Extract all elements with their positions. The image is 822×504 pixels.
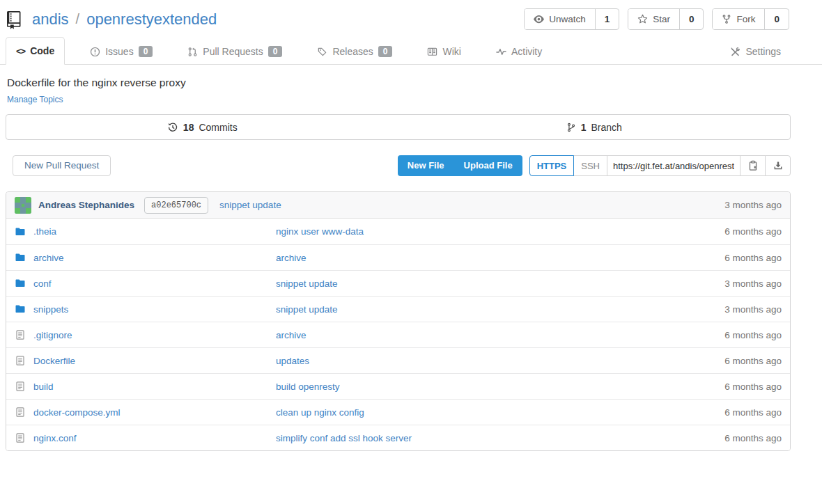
star-group: Star 0: [628, 8, 704, 30]
entry-age: 6 months ago: [677, 330, 782, 340]
issues-count-badge: 0: [139, 46, 153, 57]
download-button[interactable]: [765, 155, 791, 176]
issue-icon: [90, 47, 100, 57]
watch-group: Unwatch 1: [524, 8, 619, 30]
file-icon: [15, 355, 26, 366]
file-table: Andreas Stephanides a02e65700c snippet u…: [6, 191, 791, 451]
tab-issues-label: Issues: [105, 46, 133, 57]
avatar[interactable]: [15, 197, 31, 214]
file-buttons-group: New File Upload File: [398, 155, 522, 176]
folder-icon: [15, 304, 26, 315]
entry-message[interactable]: archive: [276, 330, 307, 340]
entry-message[interactable]: snippet update: [276, 278, 338, 289]
commits-count: 18: [183, 122, 194, 133]
table-row: .theia nginx user www-data 6 months ago: [6, 219, 790, 244]
entry-message[interactable]: updates: [276, 356, 309, 366]
tab-releases[interactable]: Releases 0: [307, 38, 402, 65]
file-icon: [15, 329, 26, 340]
commit-message-link[interactable]: snippet update: [219, 200, 281, 210]
entry-age: 3 months ago: [677, 304, 782, 315]
entry-name[interactable]: docker-compose.yml: [33, 407, 121, 418]
forks-count[interactable]: 0: [764, 9, 789, 29]
entry-name[interactable]: conf: [33, 278, 52, 289]
entry-name[interactable]: archive: [33, 253, 64, 263]
entry-name[interactable]: Dockerfile: [33, 356, 75, 366]
entry-name[interactable]: snippets: [33, 304, 68, 315]
https-button[interactable]: HTTPS: [529, 155, 575, 176]
table-row: conf snippet update 3 months ago: [6, 270, 790, 296]
latest-commit-row: Andreas Stephanides a02e65700c snippet u…: [6, 192, 790, 219]
copy-url-button[interactable]: [740, 155, 766, 176]
table-row: Dockerfile updates 6 months ago: [6, 347, 790, 373]
fork-label: Fork: [736, 14, 755, 24]
file-icon: [15, 432, 26, 443]
entry-name[interactable]: .theia: [33, 226, 56, 237]
tab-settings[interactable]: Settings: [720, 38, 791, 65]
wiki-book-icon: [427, 47, 437, 57]
entry-name[interactable]: build: [33, 381, 54, 392]
watchers-count[interactable]: 1: [595, 9, 619, 29]
action-row: New Pull Request New File Upload File HT…: [6, 155, 791, 176]
entry-message[interactable]: clean up nginx config: [276, 407, 364, 418]
commits-stat[interactable]: 18 Commits: [6, 115, 398, 139]
star-button[interactable]: Star: [628, 9, 679, 29]
tab-code[interactable]: <> Code: [6, 37, 65, 65]
new-pull-request-button[interactable]: New Pull Request: [13, 155, 111, 176]
branch-stat[interactable]: 1 Branch: [398, 115, 791, 139]
branch-label: Branch: [591, 122, 621, 133]
file-icon: [15, 407, 26, 418]
ssh-button[interactable]: SSH: [573, 155, 607, 176]
entry-age: 6 months ago: [677, 433, 782, 443]
entry-name[interactable]: .gitignore: [33, 330, 72, 340]
file-icon: [15, 381, 26, 392]
new-file-button[interactable]: New File: [398, 155, 454, 176]
table-row: .gitignore archive 6 months ago: [6, 322, 790, 347]
entry-message[interactable]: snippet update: [276, 304, 338, 315]
branch-count: 1: [581, 122, 587, 133]
tab-wiki[interactable]: Wiki: [417, 38, 470, 65]
tab-wiki-label: Wiki: [442, 46, 460, 57]
entry-message[interactable]: nginx user www-data: [276, 226, 364, 237]
tab-activity[interactable]: Activity: [486, 38, 552, 65]
tab-code-label: Code: [30, 45, 54, 56]
upload-file-button[interactable]: Upload File: [454, 155, 522, 176]
repo-description: Dockerfile for the nginx reverse proxy: [6, 65, 791, 89]
manage-topics-link[interactable]: Manage Topics: [7, 95, 63, 104]
commit-age: 3 months ago: [724, 200, 782, 210]
stars-count[interactable]: 0: [679, 9, 704, 29]
clone-url-input[interactable]: [607, 155, 740, 176]
repo-icon: [7, 11, 25, 29]
tab-pull-requests-label: Pull Requests: [203, 46, 263, 57]
entry-age: 6 months ago: [677, 407, 782, 418]
tab-pull-requests[interactable]: Pull Requests 0: [178, 38, 292, 65]
commit-sha-label[interactable]: a02e65700c: [144, 197, 208, 214]
tab-activity-label: Activity: [511, 46, 542, 57]
entry-message[interactable]: archive: [276, 253, 307, 263]
eye-icon: [534, 14, 544, 24]
entry-age: 6 months ago: [677, 226, 782, 237]
settings-tools-icon: [730, 47, 740, 57]
entry-name[interactable]: nginx.conf: [33, 433, 77, 443]
table-row: nginx.conf simplify conf add ssl hook se…: [6, 425, 790, 450]
clone-url-group: HTTPS SSH: [529, 155, 791, 176]
table-row: snippets snippet update 3 months ago: [6, 296, 790, 322]
entry-age: 6 months ago: [677, 381, 782, 392]
tab-issues[interactable]: Issues 0: [80, 38, 162, 65]
unwatch-label: Unwatch: [549, 14, 586, 24]
repo-link[interactable]: openrestyextended: [86, 10, 217, 29]
entry-message[interactable]: simplify conf add ssl hook server: [276, 433, 412, 443]
folder-icon: [15, 226, 26, 237]
fork-button[interactable]: Fork: [713, 9, 764, 29]
download-icon: [773, 160, 784, 171]
fork-group: Fork 0: [712, 8, 789, 30]
star-icon: [637, 14, 648, 24]
tab-releases-label: Releases: [332, 46, 373, 57]
commit-author-link[interactable]: Andreas Stephanides: [38, 200, 134, 210]
table-row: docker-compose.yml clean up nginx config…: [6, 399, 790, 425]
tag-icon: [317, 47, 327, 57]
unwatch-button[interactable]: Unwatch: [525, 9, 595, 29]
entry-message[interactable]: build openresty: [276, 381, 340, 392]
clipboard-copy-icon: [747, 160, 759, 171]
folder-icon: [15, 252, 26, 263]
owner-link[interactable]: andis: [32, 10, 69, 29]
